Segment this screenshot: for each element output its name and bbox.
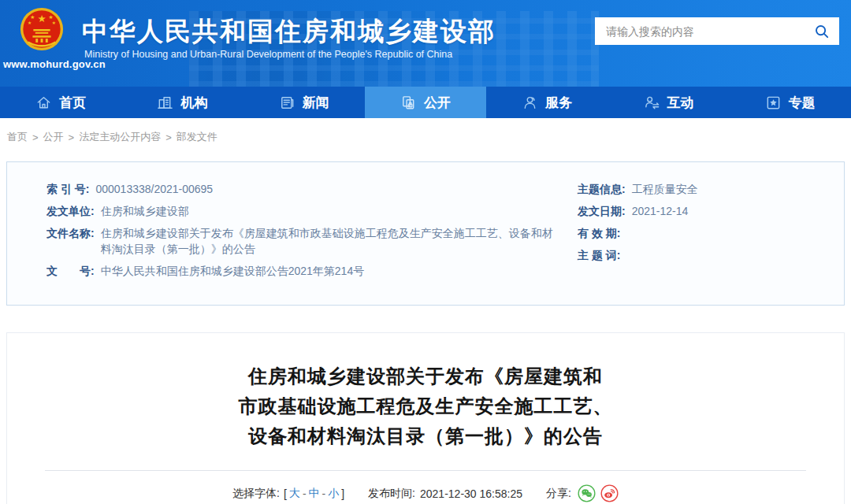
info-row-issue-date: 发文日期: 2021-12-14 [578, 203, 831, 219]
nav-item-organization[interactable]: 机构 [121, 87, 243, 118]
document-info-left-column: 索 引 号: 000013338/2021-00695 发文单位: 住房和城乡建… [46, 181, 578, 292]
svg-text:★: ★ [52, 20, 56, 25]
font-size-small-button[interactable]: 小 [325, 487, 341, 501]
site-title-chinese: 中华人民共和国住房和城乡建设部 [82, 14, 496, 50]
disclosure-icon [400, 94, 417, 111]
nav-item-label: 互动 [667, 94, 694, 112]
news-icon [279, 94, 295, 111]
article-card: 住房和城乡建设部关于发布《房屋建筑和 市政基础设施工程危及生产安全施工工艺、 设… [6, 332, 845, 504]
wechat-share-icon[interactable] [578, 484, 596, 502]
info-label: 文件名称: [46, 225, 95, 257]
breadcrumb-item-statutory[interactable]: 法定主动公开内容 [79, 130, 161, 144]
info-label: 发文单位: [46, 203, 95, 219]
info-row-validity-period: 有 效 期: [578, 225, 831, 241]
weibo-share-icon[interactable] [600, 484, 619, 502]
nav-item-service[interactable]: 服务 [486, 87, 608, 118]
nav-item-interaction[interactable]: 互动 [608, 87, 729, 118]
article-title: 住房和城乡建设部关于发布《房屋建筑和 市政基础设施工程危及生产安全施工工艺、 设… [7, 361, 844, 451]
mohurd-page: ★ ★ ★ ★ ★ www.mohurd.gov.cn 中华人民共和国住房和城乡… [0, 0, 851, 504]
info-value: 住房和城乡建设部 [101, 203, 189, 219]
breadcrumb-separator: > [165, 132, 172, 143]
info-label: 文 号: [46, 263, 95, 279]
svg-text:★: ★ [49, 14, 54, 20]
info-label: 索 引 号: [46, 181, 89, 197]
topics-icon [765, 94, 782, 111]
info-row-issuing-unit: 发文单位: 住房和城乡建设部 [46, 203, 563, 219]
article-title-line: 设备和材料淘汰目录（第一批）》的公告 [7, 421, 844, 451]
nav-item-label: 服务 [545, 94, 572, 112]
breadcrumb: 首页 > 公开 > 法定主动公开内容 > 部发文件 [0, 118, 851, 156]
title-divider [45, 470, 806, 471]
bracket-close: ] [341, 487, 344, 500]
publish-time-value: 2021-12-30 16:58:25 [420, 487, 522, 500]
breadcrumb-separator: > [69, 132, 75, 143]
publish-time-label: 发布时间: [368, 487, 415, 501]
article-title-line: 住房和城乡建设部关于发布《房屋建筑和 [7, 361, 844, 391]
search-box [595, 17, 839, 45]
nav-item-label: 公开 [424, 94, 451, 112]
info-value: 中华人民共和国住房和城乡建设部公告2021年第214号 [101, 263, 365, 279]
info-label: 发文日期: [578, 203, 626, 219]
service-icon [522, 94, 538, 111]
nav-item-label: 首页 [59, 94, 86, 112]
article-title-line: 市政基础设施工程危及生产安全施工工艺、 [7, 391, 844, 421]
nav-item-news[interactable]: 新闻 [243, 87, 365, 118]
document-info-right-column: 主题信息: 工程质量安全 发文日期: 2021-12-14 有 效 期: 主 题… [578, 181, 831, 292]
nav-item-label: 机构 [180, 94, 207, 112]
svg-text:★: ★ [30, 14, 35, 20]
info-label: 主 题 词: [578, 247, 620, 263]
site-header: ★ ★ ★ ★ ★ www.mohurd.gov.cn 中华人民共和国住房和城乡… [0, 0, 851, 87]
organization-icon [157, 94, 173, 111]
nav-item-label: 新闻 [303, 94, 329, 112]
info-row-document-number: 文 号: 中华人民共和国住房和城乡建设部公告2021年第214号 [46, 263, 563, 279]
info-value: 2021-12-14 [632, 203, 689, 219]
share-label: 分享: [546, 487, 571, 501]
info-row-index-number: 索 引 号: 000013338/2021-00695 [46, 181, 563, 197]
share-controls: 分享: [546, 484, 619, 502]
breadcrumb-item-documents[interactable]: 部发文件 [177, 130, 217, 144]
breadcrumb-item-disclosure[interactable]: 公开 [43, 130, 64, 144]
document-info-box: 索 引 号: 000013338/2021-00695 发文单位: 住房和城乡建… [6, 161, 845, 306]
info-row-document-name: 文件名称: 住房和城乡建设部关于发布《房屋建筑和市政基础设施工程危及生产安全施工… [46, 225, 563, 257]
info-label: 有 效 期: [578, 225, 620, 241]
article-meta-row: 选择字体: [ 大 - 中 - 小 ] 发布时间: 2021-12-30 16:… [7, 484, 844, 502]
font-size-selector: 选择字体: [ 大 - 中 - 小 ] [232, 487, 344, 501]
font-size-medium-button[interactable]: 中 [307, 487, 322, 501]
nav-item-home[interactable]: 首页 [0, 87, 121, 118]
font-size-large-button[interactable]: 大 [287, 487, 303, 501]
info-row-keywords: 主 题 词: [578, 247, 831, 263]
svg-text:★: ★ [28, 20, 32, 25]
font-selector-label: 选择字体: [232, 487, 280, 501]
site-url: www.mohurd.gov.cn [3, 58, 88, 70]
national-emblem-icon[interactable]: ★ ★ ★ ★ ★ [19, 6, 65, 52]
site-title-english: Ministry of Housing and Urban-Rural Deve… [84, 49, 452, 60]
svg-text:★: ★ [37, 13, 46, 24]
home-icon [35, 94, 52, 111]
search-icon [814, 24, 830, 39]
breadcrumb-item-home[interactable]: 首页 [7, 130, 28, 144]
info-value: 工程质量安全 [632, 181, 698, 197]
info-row-subject-info: 主题信息: 工程质量安全 [578, 181, 831, 197]
search-button[interactable] [812, 22, 831, 41]
search-input[interactable] [606, 25, 812, 38]
main-nav: 首页 机构 新闻 公开 [0, 87, 851, 118]
info-label: 主题信息: [578, 181, 626, 197]
interaction-icon [644, 94, 660, 111]
breadcrumb-separator: > [32, 132, 39, 143]
nav-item-label: 专题 [789, 94, 816, 112]
info-value: 000013338/2021-00695 [95, 181, 213, 197]
nav-item-disclosure[interactable]: 公开 [365, 87, 486, 118]
nav-item-topics[interactable]: 专题 [730, 87, 851, 118]
info-value: 住房和城乡建设部关于发布《房屋建筑和市政基础设施工程危及生产安全施工工艺、设备和… [101, 225, 563, 257]
